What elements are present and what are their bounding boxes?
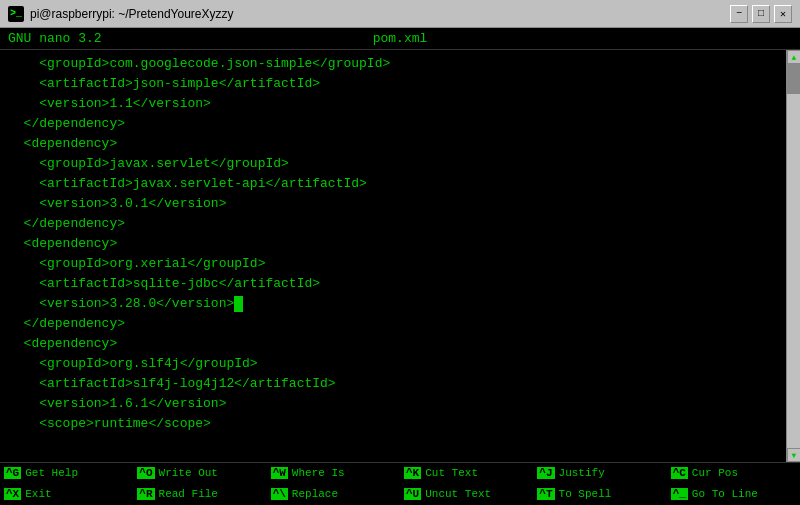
footer-key-t: ^T: [537, 488, 554, 500]
footer-label-exit: Exit: [25, 488, 51, 500]
editor-line-3: <version>1.1</version>: [0, 94, 800, 114]
maximize-button[interactable]: □: [752, 5, 770, 23]
footer-label-uncuttext: Uncut Text: [425, 488, 491, 500]
footer-item-justify[interactable]: ^J Justify: [533, 463, 666, 483]
editor-line-19: <scope>runtime</scope>: [0, 414, 800, 434]
editor-line-18: <version>1.6.1</version>: [0, 394, 800, 414]
footer-key-j: ^J: [537, 467, 554, 479]
footer-label-writeout: Write Out: [159, 467, 218, 479]
footer-item-cuttext[interactable]: ^K Cut Text: [400, 463, 533, 483]
footer-key-o: ^O: [137, 467, 154, 479]
footer-bar: ^G Get Help ^O Write Out ^W Where Is ^K …: [0, 462, 800, 505]
footer-label-gethelp: Get Help: [25, 467, 78, 479]
footer-label-readfile: Read File: [159, 488, 218, 500]
footer-item-whereis[interactable]: ^W Where Is: [267, 463, 400, 483]
window-controls: − □ ✕: [730, 5, 792, 23]
footer-label-justify: Justify: [559, 467, 605, 479]
footer-key-backslash: ^\: [271, 488, 288, 500]
window-title: pi@raspberrypi: ~/PretendYoureXyzzy: [30, 7, 234, 21]
footer-item-uncuttext[interactable]: ^U Uncut Text: [400, 484, 533, 504]
editor-line-1: <groupId>com.googlecode.json-simple</gro…: [0, 54, 800, 74]
footer-label-whereis: Where Is: [292, 467, 345, 479]
footer-item-exit[interactable]: ^X Exit: [0, 484, 133, 504]
editor-line-6: <groupId>javax.servlet</groupId>: [0, 154, 800, 174]
footer-key-u: ^U: [404, 488, 421, 500]
minimize-button[interactable]: −: [730, 5, 748, 23]
editor-line-7: <artifactId>javax.servlet-api</artifactI…: [0, 174, 800, 194]
scrollbar-down-button[interactable]: ▼: [787, 448, 800, 462]
footer-item-tospell[interactable]: ^T To Spell: [533, 484, 666, 504]
footer-key-g: ^G: [4, 467, 21, 479]
editor-line-8: <version>3.0.1</version>: [0, 194, 800, 214]
footer-label-gotoline: Go To Line: [692, 488, 758, 500]
editor-line-14: </dependency>: [0, 314, 800, 334]
footer-label-replace: Replace: [292, 488, 338, 500]
editor-line-20: [0, 434, 800, 454]
scrollbar[interactable]: ▲ ▼: [786, 50, 800, 462]
editor-line-2: <artifactId>json-simple</artifactId>: [0, 74, 800, 94]
footer-label-cuttext: Cut Text: [425, 467, 478, 479]
footer-item-gethelp[interactable]: ^G Get Help: [0, 463, 133, 483]
editor-line-5: <dependency>: [0, 134, 800, 154]
footer-item-gotoline[interactable]: ^_ Go To Line: [667, 484, 800, 504]
footer-key-x: ^X: [4, 488, 21, 500]
footer-item-writeout[interactable]: ^O Write Out: [133, 463, 266, 483]
editor-line-12: <artifactId>sqlite-jdbc</artifactId>: [0, 274, 800, 294]
footer-key-c: ^C: [671, 467, 688, 479]
editor-line-9: </dependency>: [0, 214, 800, 234]
cursor: [234, 296, 243, 312]
editor-line-15: <dependency>: [0, 334, 800, 354]
terminal-icon: >_: [8, 6, 24, 22]
editor-area[interactable]: <groupId>com.googlecode.json-simple</gro…: [0, 50, 800, 462]
footer-key-underscore: ^_: [671, 488, 688, 500]
title-bar-left: >_ pi@raspberrypi: ~/PretendYoureXyzzy: [8, 6, 234, 22]
editor-line-13: <version>3.28.0</version>: [0, 294, 800, 314]
footer-item-replace[interactable]: ^\ Replace: [267, 484, 400, 504]
footer-label-tospell: To Spell: [559, 488, 612, 500]
close-button[interactable]: ✕: [774, 5, 792, 23]
editor-line-11: <groupId>org.xerial</groupId>: [0, 254, 800, 274]
footer-key-w: ^W: [271, 467, 288, 479]
footer-key-k: ^K: [404, 467, 421, 479]
editor-line-16: <groupId>org.slf4j</groupId>: [0, 354, 800, 374]
scrollbar-thumb[interactable]: [787, 64, 800, 94]
nano-header: GNU nano 3.2 pom.xml: [0, 28, 800, 50]
editor-line-10: <dependency>: [0, 234, 800, 254]
footer-item-readfile[interactable]: ^R Read File: [133, 484, 266, 504]
scrollbar-up-button[interactable]: ▲: [787, 50, 800, 64]
nano-version: GNU nano 3.2: [8, 31, 102, 46]
editor-line-17: <artifactId>slf4j-log4j12</artifactId>: [0, 374, 800, 394]
nano-filename: pom.xml: [373, 31, 428, 46]
footer-label-curpos: Cur Pos: [692, 467, 738, 479]
editor-line-4: </dependency>: [0, 114, 800, 134]
footer-item-curpos[interactable]: ^C Cur Pos: [667, 463, 800, 483]
footer-key-r: ^R: [137, 488, 154, 500]
title-bar: >_ pi@raspberrypi: ~/PretendYoureXyzzy −…: [0, 0, 800, 28]
